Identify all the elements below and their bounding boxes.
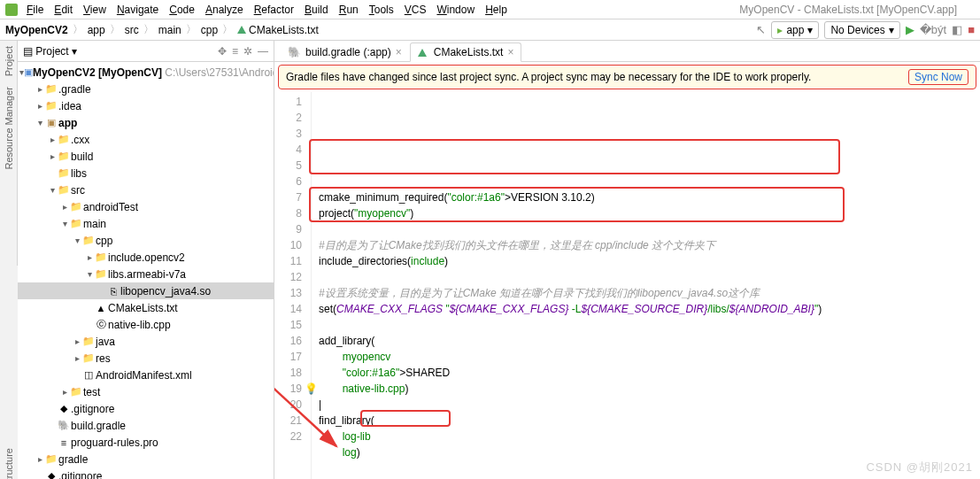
tree-item[interactable]: ▾📁src — [18, 182, 274, 198]
intention-bulb-icon[interactable]: 💡 — [305, 381, 318, 397]
menu-build[interactable]: Build — [299, 2, 334, 18]
tree-item[interactable]: ◆.gitignore — [18, 400, 274, 417]
tree-item[interactable]: 🐘build.gradle — [18, 417, 274, 434]
stop-icon[interactable]: ■ — [968, 23, 975, 36]
menu-window[interactable]: Window — [431, 2, 480, 18]
tree-item[interactable]: ▾📁cpp — [18, 232, 274, 249]
editor-tab[interactable]: CMakeLists.txt× — [410, 42, 522, 62]
close-tab-icon[interactable]: × — [396, 46, 402, 58]
tree-item[interactable]: ◆.gitignore — [18, 467, 274, 479]
project-panel: ▤ Project ▾ ✥ ≡ ✲ — ▾▣MyOpenCV2 [MyOpenC… — [18, 41, 274, 479]
project-view-dropdown[interactable]: ▤ Project ▾ — [23, 45, 77, 58]
menu-bar: FileEditViewNavigateCodeAnalyzeRefactorB… — [0, 0, 980, 19]
menu-vcs[interactable]: VCS — [399, 2, 432, 18]
debug-icon[interactable]: �být — [920, 23, 946, 36]
editor-tabs: 🐘build.gradle (:app)×CMakeLists.txt× — [274, 41, 980, 62]
sync-now-link[interactable]: Sync Now — [908, 69, 968, 85]
tree-item[interactable]: ▸📁.idea — [18, 97, 274, 114]
device-selector-dropdown[interactable]: No Devices ▾ — [824, 21, 899, 39]
editor-area: 🐘build.gradle (:app)×CMakeLists.txt× Gra… — [274, 41, 980, 479]
menu-analyze[interactable]: Analyze — [200, 2, 249, 18]
toolbar: MyOpenCV2〉app〉src〉main〉cpp〉CMakeLists.tx… — [0, 19, 980, 41]
tree-item[interactable]: ▸📁res — [18, 350, 274, 367]
menu-navigate[interactable]: Navigate — [112, 2, 164, 18]
run-config-dropdown[interactable]: ▸ app ▾ — [771, 21, 819, 39]
menu-file[interactable]: File — [21, 2, 49, 18]
sync-notice-banner: Gradle files have changed since last pro… — [278, 65, 976, 89]
tree-root[interactable]: ▾▣MyOpenCV2 [MyOpenCV] C:\Users\27531\An… — [18, 64, 274, 81]
tree-item[interactable]: ▾📁main — [18, 215, 274, 232]
code-editor[interactable]: cmake_minimum_required("color:#1a6">VERS… — [312, 92, 980, 479]
tree-item[interactable]: ◫AndroidManifest.xml — [18, 367, 274, 383]
app-logo-icon — [5, 4, 18, 16]
run-icon[interactable]: ▶ — [906, 23, 914, 36]
tool-tab-project[interactable]: Project — [4, 41, 14, 81]
tree-item[interactable]: 📁libs — [18, 165, 274, 182]
select-opened-file-icon[interactable]: ✥ — [218, 45, 227, 58]
project-tree[interactable]: ▾▣MyOpenCV2 [MyOpenCV] C:\Users\27531\An… — [18, 62, 274, 479]
tree-item[interactable]: ▸📁.cxx — [18, 131, 274, 148]
tree-item[interactable]: ▸📁test — [18, 383, 274, 400]
tree-item[interactable]: ▾▣app — [18, 114, 274, 131]
tree-item[interactable]: ▸📁java — [18, 333, 274, 350]
left-tool-strip-2: Structure Favorites — [0, 266, 18, 479]
tool-tab-resource-manager[interactable]: Resource Manager — [4, 81, 14, 175]
line-gutter[interactable]: 12345678910111213141516171819202122 — [274, 92, 312, 479]
profiler-icon[interactable]: ◧ — [952, 23, 962, 36]
window-title: MyOpenCV - CMakeLists.txt [MyOpenCV.app] — [739, 4, 975, 16]
notice-message: Gradle files have changed since last pro… — [286, 71, 903, 83]
settings-icon[interactable]: ✲ — [243, 45, 252, 58]
project-panel-header: ▤ Project ▾ ✥ ≡ ✲ — — [18, 41, 274, 62]
chevron-down-icon: ▾ — [807, 24, 813, 36]
menu-edit[interactable]: Edit — [49, 2, 78, 18]
search-icon[interactable]: ↖ — [756, 23, 766, 36]
menu-tools[interactable]: Tools — [364, 2, 399, 18]
hide-icon[interactable]: — — [258, 45, 268, 58]
tree-item[interactable]: ≡proguard-rules.pro — [18, 434, 274, 451]
chevron-down-icon: ▾ — [889, 24, 894, 36]
menu-help[interactable]: Help — [480, 2, 513, 18]
tree-item[interactable]: ▸📁androidTest — [18, 198, 274, 215]
tree-item[interactable]: ▾📁libs.armeabi-v7a — [18, 266, 274, 282]
editor-tab[interactable]: 🐘build.gradle (:app)× — [280, 42, 410, 61]
menu-view[interactable]: View — [78, 2, 112, 18]
tree-item[interactable]: ⓒnative-lib.cpp — [18, 316, 274, 333]
collapse-all-icon[interactable]: ≡ — [232, 45, 238, 58]
highlight-box-1 — [309, 139, 840, 174]
breadcrumb[interactable]: MyOpenCV2〉app〉src〉main〉cpp〉CMakeLists.tx… — [5, 22, 319, 37]
tree-item[interactable]: ▸📁include.opencv2 — [18, 249, 274, 266]
tool-tab-structure[interactable]: Structure — [4, 443, 14, 479]
tree-item[interactable]: ▲CMakeLists.txt — [18, 299, 274, 316]
tree-item[interactable]: ⎘libopencv_java4.so — [18, 282, 274, 299]
tree-item[interactable]: ▸📁gradle — [18, 451, 274, 467]
watermark: CSDN @胡刚2021 — [866, 460, 973, 475]
menu-refactor[interactable]: Refactor — [249, 2, 299, 18]
close-tab-icon[interactable]: × — [507, 46, 513, 58]
menu-run[interactable]: Run — [334, 2, 364, 18]
menu-code[interactable]: Code — [164, 2, 200, 18]
tree-item[interactable]: ▸📁build — [18, 148, 274, 165]
tree-item[interactable]: ▸📁.gradle — [18, 81, 274, 97]
